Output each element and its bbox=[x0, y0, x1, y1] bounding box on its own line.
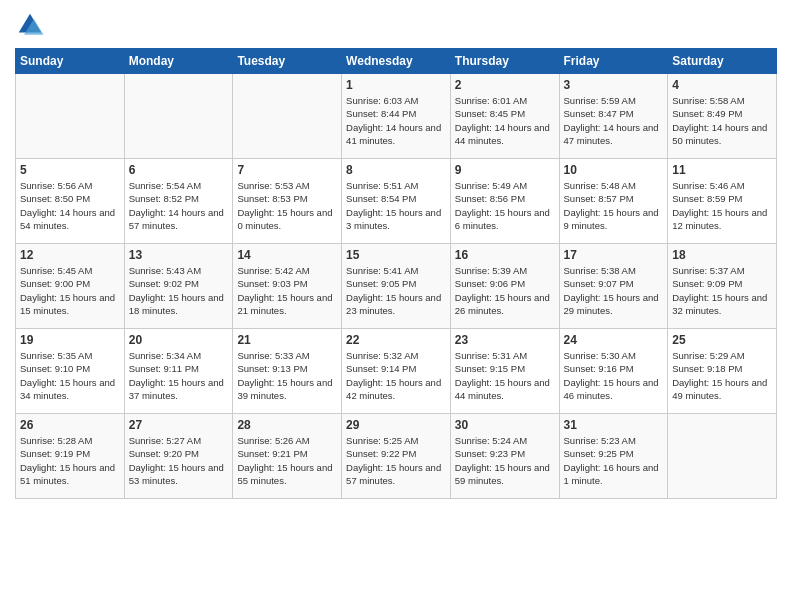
weekday-header: Thursday bbox=[450, 49, 559, 74]
calendar-header: SundayMondayTuesdayWednesdayThursdayFrid… bbox=[16, 49, 777, 74]
calendar-week-row: 12Sunrise: 5:45 AM Sunset: 9:00 PM Dayli… bbox=[16, 244, 777, 329]
day-info: Sunrise: 5:53 AM Sunset: 8:53 PM Dayligh… bbox=[237, 179, 337, 232]
day-info: Sunrise: 5:48 AM Sunset: 8:57 PM Dayligh… bbox=[564, 179, 664, 232]
day-number: 14 bbox=[237, 248, 337, 262]
header-row: SundayMondayTuesdayWednesdayThursdayFrid… bbox=[16, 49, 777, 74]
day-info: Sunrise: 5:30 AM Sunset: 9:16 PM Dayligh… bbox=[564, 349, 664, 402]
calendar-week-row: 1Sunrise: 6:03 AM Sunset: 8:44 PM Daylig… bbox=[16, 74, 777, 159]
day-number: 2 bbox=[455, 78, 555, 92]
day-info: Sunrise: 5:27 AM Sunset: 9:20 PM Dayligh… bbox=[129, 434, 229, 487]
day-number: 8 bbox=[346, 163, 446, 177]
day-number: 24 bbox=[564, 333, 664, 347]
calendar-cell: 21Sunrise: 5:33 AM Sunset: 9:13 PM Dayli… bbox=[233, 329, 342, 414]
calendar-cell bbox=[233, 74, 342, 159]
day-info: Sunrise: 5:46 AM Sunset: 8:59 PM Dayligh… bbox=[672, 179, 772, 232]
day-info: Sunrise: 5:23 AM Sunset: 9:25 PM Dayligh… bbox=[564, 434, 664, 487]
day-info: Sunrise: 5:33 AM Sunset: 9:13 PM Dayligh… bbox=[237, 349, 337, 402]
logo-icon bbox=[15, 10, 45, 40]
day-number: 30 bbox=[455, 418, 555, 432]
day-number: 20 bbox=[129, 333, 229, 347]
day-number: 13 bbox=[129, 248, 229, 262]
day-info: Sunrise: 5:41 AM Sunset: 9:05 PM Dayligh… bbox=[346, 264, 446, 317]
calendar-cell: 9Sunrise: 5:49 AM Sunset: 8:56 PM Daylig… bbox=[450, 159, 559, 244]
day-info: Sunrise: 6:01 AM Sunset: 8:45 PM Dayligh… bbox=[455, 94, 555, 147]
day-info: Sunrise: 5:43 AM Sunset: 9:02 PM Dayligh… bbox=[129, 264, 229, 317]
day-number: 3 bbox=[564, 78, 664, 92]
day-number: 26 bbox=[20, 418, 120, 432]
weekday-header: Monday bbox=[124, 49, 233, 74]
day-number: 31 bbox=[564, 418, 664, 432]
calendar-cell: 2Sunrise: 6:01 AM Sunset: 8:45 PM Daylig… bbox=[450, 74, 559, 159]
day-number: 23 bbox=[455, 333, 555, 347]
day-info: Sunrise: 5:24 AM Sunset: 9:23 PM Dayligh… bbox=[455, 434, 555, 487]
calendar-cell: 3Sunrise: 5:59 AM Sunset: 8:47 PM Daylig… bbox=[559, 74, 668, 159]
calendar-cell: 25Sunrise: 5:29 AM Sunset: 9:18 PM Dayli… bbox=[668, 329, 777, 414]
day-info: Sunrise: 5:37 AM Sunset: 9:09 PM Dayligh… bbox=[672, 264, 772, 317]
day-number: 16 bbox=[455, 248, 555, 262]
day-number: 5 bbox=[20, 163, 120, 177]
calendar-cell: 31Sunrise: 5:23 AM Sunset: 9:25 PM Dayli… bbox=[559, 414, 668, 499]
day-info: Sunrise: 5:59 AM Sunset: 8:47 PM Dayligh… bbox=[564, 94, 664, 147]
day-info: Sunrise: 5:32 AM Sunset: 9:14 PM Dayligh… bbox=[346, 349, 446, 402]
calendar-cell bbox=[124, 74, 233, 159]
day-info: Sunrise: 5:26 AM Sunset: 9:21 PM Dayligh… bbox=[237, 434, 337, 487]
calendar-cell: 19Sunrise: 5:35 AM Sunset: 9:10 PM Dayli… bbox=[16, 329, 125, 414]
day-info: Sunrise: 5:49 AM Sunset: 8:56 PM Dayligh… bbox=[455, 179, 555, 232]
calendar-table: SundayMondayTuesdayWednesdayThursdayFrid… bbox=[15, 48, 777, 499]
day-number: 17 bbox=[564, 248, 664, 262]
calendar-cell: 30Sunrise: 5:24 AM Sunset: 9:23 PM Dayli… bbox=[450, 414, 559, 499]
calendar-cell: 1Sunrise: 6:03 AM Sunset: 8:44 PM Daylig… bbox=[342, 74, 451, 159]
calendar-cell: 11Sunrise: 5:46 AM Sunset: 8:59 PM Dayli… bbox=[668, 159, 777, 244]
calendar-cell: 18Sunrise: 5:37 AM Sunset: 9:09 PM Dayli… bbox=[668, 244, 777, 329]
calendar-cell bbox=[668, 414, 777, 499]
calendar-cell: 13Sunrise: 5:43 AM Sunset: 9:02 PM Dayli… bbox=[124, 244, 233, 329]
calendar-cell: 24Sunrise: 5:30 AM Sunset: 9:16 PM Dayli… bbox=[559, 329, 668, 414]
day-number: 27 bbox=[129, 418, 229, 432]
day-info: Sunrise: 5:42 AM Sunset: 9:03 PM Dayligh… bbox=[237, 264, 337, 317]
day-info: Sunrise: 5:39 AM Sunset: 9:06 PM Dayligh… bbox=[455, 264, 555, 317]
calendar-cell: 16Sunrise: 5:39 AM Sunset: 9:06 PM Dayli… bbox=[450, 244, 559, 329]
calendar-cell: 6Sunrise: 5:54 AM Sunset: 8:52 PM Daylig… bbox=[124, 159, 233, 244]
logo bbox=[15, 10, 49, 40]
page-header bbox=[15, 10, 777, 40]
calendar-cell: 28Sunrise: 5:26 AM Sunset: 9:21 PM Dayli… bbox=[233, 414, 342, 499]
weekday-header: Friday bbox=[559, 49, 668, 74]
day-number: 25 bbox=[672, 333, 772, 347]
day-number: 11 bbox=[672, 163, 772, 177]
day-info: Sunrise: 5:28 AM Sunset: 9:19 PM Dayligh… bbox=[20, 434, 120, 487]
day-number: 6 bbox=[129, 163, 229, 177]
day-number: 7 bbox=[237, 163, 337, 177]
weekday-header: Tuesday bbox=[233, 49, 342, 74]
day-number: 28 bbox=[237, 418, 337, 432]
day-info: Sunrise: 5:58 AM Sunset: 8:49 PM Dayligh… bbox=[672, 94, 772, 147]
calendar-cell bbox=[16, 74, 125, 159]
day-number: 19 bbox=[20, 333, 120, 347]
calendar-cell: 20Sunrise: 5:34 AM Sunset: 9:11 PM Dayli… bbox=[124, 329, 233, 414]
weekday-header: Saturday bbox=[668, 49, 777, 74]
day-number: 29 bbox=[346, 418, 446, 432]
calendar-cell: 8Sunrise: 5:51 AM Sunset: 8:54 PM Daylig… bbox=[342, 159, 451, 244]
calendar-cell: 17Sunrise: 5:38 AM Sunset: 9:07 PM Dayli… bbox=[559, 244, 668, 329]
day-number: 1 bbox=[346, 78, 446, 92]
day-info: Sunrise: 5:51 AM Sunset: 8:54 PM Dayligh… bbox=[346, 179, 446, 232]
calendar-cell: 29Sunrise: 5:25 AM Sunset: 9:22 PM Dayli… bbox=[342, 414, 451, 499]
calendar-cell: 5Sunrise: 5:56 AM Sunset: 8:50 PM Daylig… bbox=[16, 159, 125, 244]
day-number: 15 bbox=[346, 248, 446, 262]
day-number: 9 bbox=[455, 163, 555, 177]
calendar-week-row: 5Sunrise: 5:56 AM Sunset: 8:50 PM Daylig… bbox=[16, 159, 777, 244]
day-info: Sunrise: 5:34 AM Sunset: 9:11 PM Dayligh… bbox=[129, 349, 229, 402]
day-info: Sunrise: 5:25 AM Sunset: 9:22 PM Dayligh… bbox=[346, 434, 446, 487]
calendar-cell: 12Sunrise: 5:45 AM Sunset: 9:00 PM Dayli… bbox=[16, 244, 125, 329]
day-info: Sunrise: 5:54 AM Sunset: 8:52 PM Dayligh… bbox=[129, 179, 229, 232]
day-info: Sunrise: 5:29 AM Sunset: 9:18 PM Dayligh… bbox=[672, 349, 772, 402]
day-number: 4 bbox=[672, 78, 772, 92]
calendar-cell: 27Sunrise: 5:27 AM Sunset: 9:20 PM Dayli… bbox=[124, 414, 233, 499]
calendar-cell: 7Sunrise: 5:53 AM Sunset: 8:53 PM Daylig… bbox=[233, 159, 342, 244]
calendar-cell: 26Sunrise: 5:28 AM Sunset: 9:19 PM Dayli… bbox=[16, 414, 125, 499]
calendar-cell: 23Sunrise: 5:31 AM Sunset: 9:15 PM Dayli… bbox=[450, 329, 559, 414]
day-number: 10 bbox=[564, 163, 664, 177]
day-info: Sunrise: 5:35 AM Sunset: 9:10 PM Dayligh… bbox=[20, 349, 120, 402]
calendar-cell: 15Sunrise: 5:41 AM Sunset: 9:05 PM Dayli… bbox=[342, 244, 451, 329]
day-number: 21 bbox=[237, 333, 337, 347]
day-number: 22 bbox=[346, 333, 446, 347]
